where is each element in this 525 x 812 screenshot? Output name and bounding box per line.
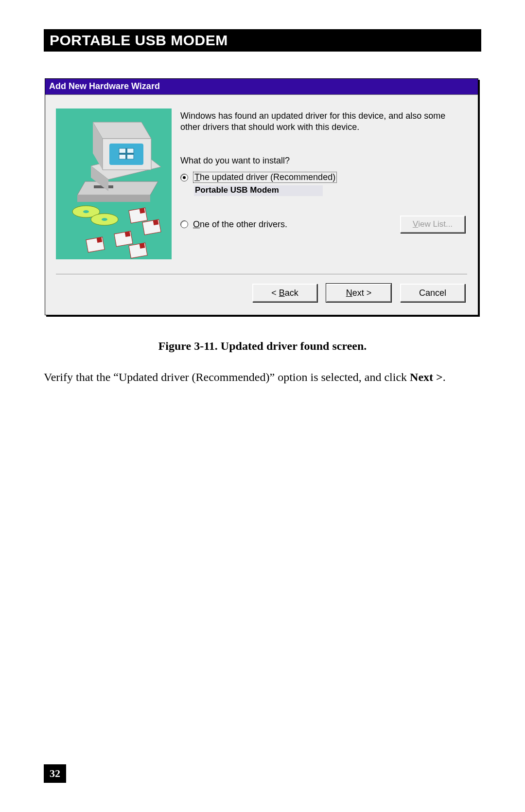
selected-driver-name: Portable USB Modem: [194, 185, 323, 196]
radio-other-drivers[interactable]: One of the other drivers.: [180, 219, 287, 230]
svg-rect-17: [140, 208, 145, 214]
add-new-hardware-wizard-dialog: Add New Hardware Wizard: [45, 78, 478, 315]
svg-rect-23: [97, 237, 103, 243]
wizard-illustration: [56, 108, 172, 259]
instruction-post: .: [443, 371, 446, 383]
radio-updated-driver-label: The updated driver (Recommended): [193, 172, 337, 183]
page-header: PORTABLE USB MODEM: [44, 29, 481, 52]
svg-point-15: [102, 218, 107, 221]
view-list-button: View List...: [400, 216, 465, 233]
figure-caption: Figure 3-11. Updated driver found screen…: [44, 340, 481, 353]
instruction-text: Verify that the “Updated driver (Recomme…: [44, 369, 481, 385]
instruction-pre: Verify that the “Updated driver (Recomme…: [44, 371, 410, 383]
radio-updated-driver[interactable]: The updated driver (Recommended): [180, 172, 467, 183]
svg-marker-5: [93, 122, 151, 139]
page-number: 32: [44, 764, 66, 783]
svg-rect-19: [153, 219, 159, 225]
computer-discs-icon: [56, 108, 172, 259]
svg-rect-11: [119, 153, 134, 155]
radio-icon: [180, 174, 188, 181]
svg-rect-18: [142, 219, 161, 235]
radio-other-drivers-label: One of the other drivers.: [193, 219, 287, 230]
instruction-bold: Next >: [410, 371, 443, 383]
dialog-prompt: What do you want to install?: [180, 156, 467, 166]
next-button[interactable]: Next >: [326, 284, 391, 302]
dialog-intro-text: Windows has found an updated driver for …: [180, 110, 467, 132]
dialog-content: Windows has found an updated driver for …: [180, 108, 467, 259]
dialog-titlebar: Add New Hardware Wizard: [45, 79, 478, 95]
svg-rect-22: [86, 237, 105, 253]
cd-icon: [72, 206, 118, 225]
svg-marker-0: [77, 181, 158, 195]
cancel-button[interactable]: Cancel: [400, 284, 465, 302]
dialog-title: Add New Hardware Wizard: [49, 81, 160, 91]
wizard-dialog-figure: Add New Hardware Wizard: [44, 78, 481, 315]
svg-rect-24: [129, 243, 147, 258]
svg-marker-1: [77, 195, 150, 202]
svg-point-13: [83, 210, 89, 213]
svg-rect-21: [125, 231, 131, 237]
dialog-separator: [56, 274, 467, 275]
dialog-buttons: < Back Next > Cancel: [45, 284, 478, 315]
svg-rect-25: [140, 243, 145, 249]
back-button[interactable]: < Back: [252, 284, 317, 302]
svg-rect-16: [129, 208, 147, 223]
svg-rect-20: [114, 231, 133, 247]
radio-icon: [180, 220, 188, 228]
